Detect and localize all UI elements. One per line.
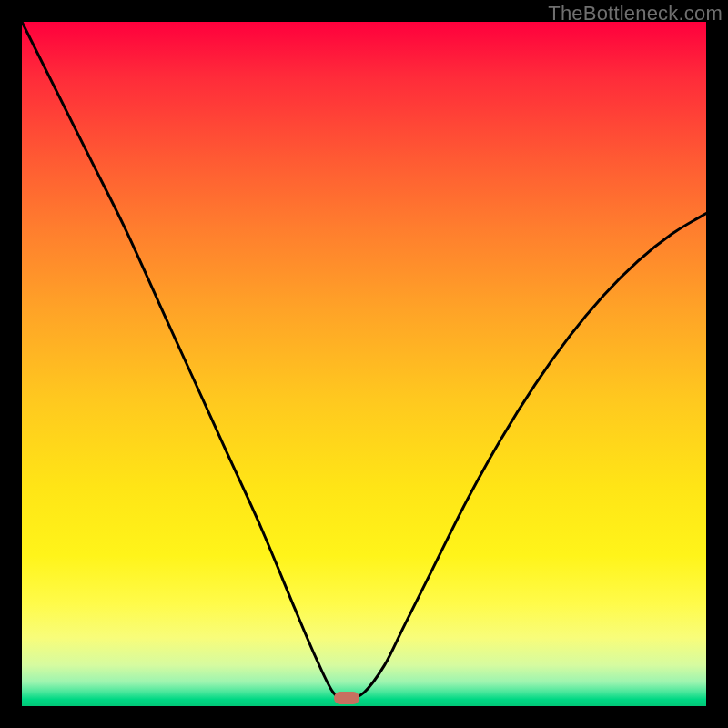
plot-area (22, 22, 706, 706)
minimum-marker (334, 692, 359, 704)
chart-frame: TheBottleneck.com (0, 0, 728, 728)
curve-path (22, 22, 706, 700)
bottleneck-curve (22, 22, 706, 706)
